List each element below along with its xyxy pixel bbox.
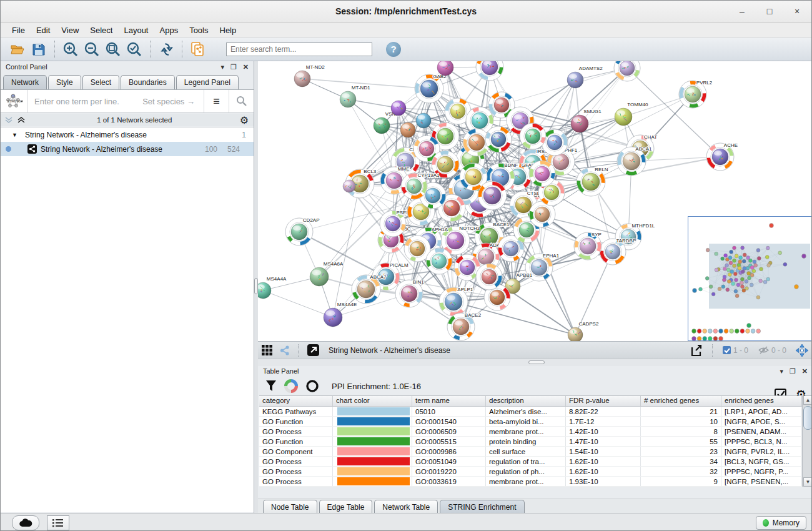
zoom-fit-icon[interactable]: [102, 39, 124, 59]
network-node[interactable]: [614, 61, 640, 81]
column-header-description[interactable]: description: [486, 396, 566, 406]
table-row[interactable]: GO ComponentGO:0009986cell surface1.54E-…: [259, 447, 802, 457]
string-search-icon[interactable]: [229, 90, 254, 112]
menu-edit[interactable]: Edit: [31, 24, 55, 36]
column-header-chart-color[interactable]: chart color: [333, 396, 412, 406]
table-row[interactable]: GO ProcessGO:0033619membrane prot...1.93…: [259, 477, 802, 487]
tab-select[interactable]: Select: [82, 75, 119, 89]
table-row[interactable]: GO ProcessGO:0006509membrane prot...1.42…: [259, 427, 802, 437]
network-node[interactable]: APLP1: [439, 287, 473, 316]
network-node[interactable]: [476, 61, 503, 81]
maximize-button[interactable]: □: [764, 6, 775, 17]
menu-file[interactable]: File: [7, 24, 30, 36]
table-row[interactable]: GO ProcessGO:0019220regulation of ph...1…: [259, 467, 802, 477]
panel-close-icon[interactable]: ✕: [243, 63, 249, 71]
collapse-expand-icons[interactable]: [4, 116, 29, 124]
table-panel-float-icon[interactable]: ❐: [790, 367, 796, 375]
network-node[interactable]: [529, 161, 555, 187]
minimize-button[interactable]: –: [736, 6, 748, 17]
horizontal-splitter-handle[interactable]: [528, 360, 545, 364]
refresh-icon[interactable]: [156, 39, 177, 59]
network-view[interactable]: MT-ND2MT-ND1VSNL1GAB2ADAMTS2PVRL2TOMM40S…: [258, 61, 812, 341]
tab-style[interactable]: Style: [48, 75, 81, 89]
table-scrollbar[interactable]: ▲ ▼: [802, 395, 812, 487]
panel-menu-icon[interactable]: ▾: [220, 63, 224, 71]
column-header-FDR-p-value[interactable]: FDR p-value: [566, 396, 641, 406]
network-node[interactable]: MS4A4A: [258, 276, 287, 299]
table-row[interactable]: GO FunctionGO:0001540beta-amyloid bi...1…: [259, 417, 802, 427]
network-node[interactable]: BIN1: [395, 279, 424, 307]
network-node[interactable]: SMUG1: [571, 109, 602, 132]
scroll-up-icon[interactable]: ▲: [803, 395, 812, 405]
network-node[interactable]: BACE2: [447, 312, 482, 340]
share-network-icon[interactable]: [277, 340, 293, 360]
zoom-out-icon[interactable]: [81, 39, 102, 59]
task-list-button[interactable]: [47, 515, 69, 530]
help-icon[interactable]: ?: [386, 42, 401, 57]
network-node[interactable]: [400, 122, 415, 137]
column-header-category[interactable]: category: [259, 396, 333, 406]
table-panel-close-icon[interactable]: ✕: [802, 367, 808, 375]
import-network-icon[interactable]: [187, 39, 209, 59]
table-row[interactable]: GO FunctionGO:0005515protein binding1.47…: [259, 437, 802, 447]
network-node[interactable]: CD2AP: [285, 217, 320, 246]
tab-edge-table[interactable]: Edge Table: [319, 500, 373, 514]
ring-chart-icon[interactable]: [305, 379, 319, 393]
network-node[interactable]: [391, 101, 406, 116]
column-header-enriched-genes[interactable]: enriched genes: [721, 396, 802, 406]
network-node[interactable]: TARDBP: [600, 238, 636, 265]
set-species-label[interactable]: Set species →: [142, 97, 204, 106]
network-node[interactable]: PVRL2: [679, 80, 713, 108]
menu-view[interactable]: View: [56, 24, 84, 36]
table-panel-menu-icon[interactable]: ▾: [780, 367, 783, 375]
scroll-down-icon[interactable]: ▼: [803, 477, 812, 487]
string-options-menu-icon[interactable]: ≡: [204, 90, 229, 112]
network-node[interactable]: [437, 61, 453, 76]
network-node[interactable]: [520, 123, 546, 149]
tab-network-table[interactable]: Network Table: [374, 500, 438, 514]
network-node[interactable]: [478, 181, 507, 210]
network-node[interactable]: MT-ND2: [294, 64, 325, 87]
network-node[interactable]: [343, 180, 355, 192]
birdseye-view[interactable]: [688, 216, 812, 341]
tab-string-enrichment[interactable]: STRING Enrichment: [440, 500, 524, 514]
zoom-in-icon[interactable]: [60, 39, 81, 59]
menu-tools[interactable]: Tools: [184, 24, 213, 36]
open-folder-icon[interactable]: [7, 39, 28, 59]
column-header-term-name[interactable]: term name: [412, 396, 486, 406]
grid-view-icon[interactable]: [258, 340, 277, 360]
tree-expand-icon[interactable]: ▼: [12, 132, 17, 138]
network-options-gear-icon[interactable]: ⚙: [240, 114, 249, 126]
network-node[interactable]: [416, 113, 431, 128]
title-bar[interactable]: Session: /tmp/enrichmentTest.cys – □ ×: [1, 1, 811, 23]
menu-layout[interactable]: Layout: [119, 24, 153, 36]
tab-node-table[interactable]: Node Table: [263, 500, 317, 514]
network-node[interactable]: [485, 126, 512, 152]
tab-network[interactable]: Network: [3, 75, 47, 89]
tab-boundaries[interactable]: Boundaries: [121, 75, 175, 89]
navigator-compass-icon[interactable]: [791, 340, 812, 360]
network-node[interactable]: RELN: [577, 167, 608, 196]
memory-button[interactable]: Memory: [756, 516, 806, 530]
string-logo-dropdown[interactable]: STRING: [1, 90, 28, 112]
panel-float-icon[interactable]: ❐: [230, 63, 237, 71]
pie-chart-icon[interactable]: [284, 379, 298, 393]
string-term-input[interactable]: Enter one term per line. Set species →: [28, 97, 204, 106]
scrollbar-thumb[interactable]: [803, 406, 812, 430]
network-node[interactable]: ACHE: [706, 142, 738, 171]
cloud-button[interactable]: [12, 515, 39, 530]
table-row[interactable]: GO ProcessGO:0051049regulation of tra...…: [259, 457, 802, 467]
network-node[interactable]: SYP: [574, 232, 602, 260]
menu-help[interactable]: Help: [215, 24, 242, 36]
filter-icon[interactable]: [265, 380, 277, 392]
network-node[interactable]: [426, 248, 452, 274]
save-icon[interactable]: [28, 39, 49, 59]
network-node[interactable]: TOMM40: [615, 102, 648, 126]
close-button[interactable]: ×: [791, 6, 803, 17]
table-row[interactable]: KEGG Pathways05010Alzheimer's dise...8.8…: [259, 407, 802, 417]
network-node[interactable]: MT-ND1: [340, 85, 370, 107]
tab-legend-panel[interactable]: Legend Panel: [176, 75, 239, 89]
search-input[interactable]: [226, 42, 372, 56]
menu-apps[interactable]: Apps: [155, 24, 184, 36]
export-network-icon[interactable]: [686, 340, 707, 360]
